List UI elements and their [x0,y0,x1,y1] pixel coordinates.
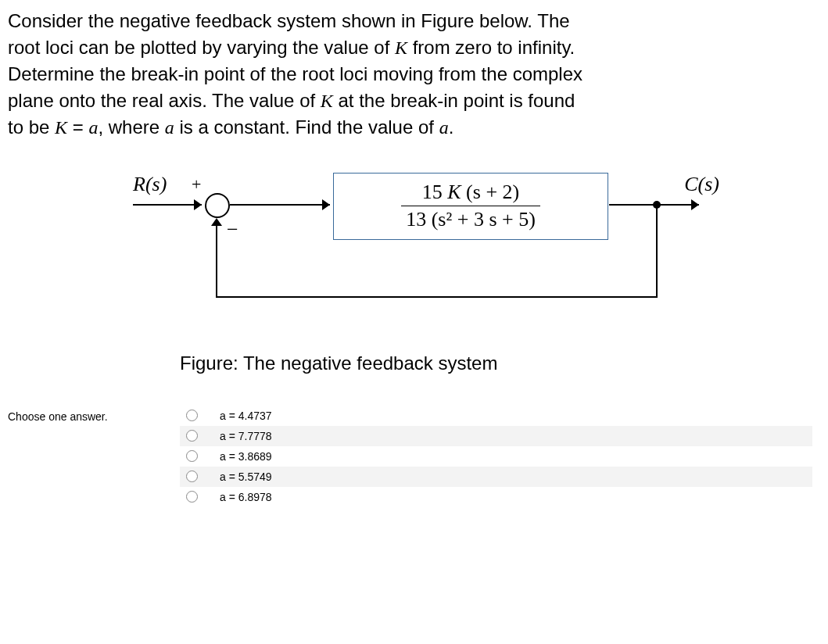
arrow-input-icon [194,199,202,210]
q-line2-end: from zero to infinity. [407,37,575,58]
input-label: R(s) [133,173,167,196]
arrow-output-icon [691,199,699,210]
radio-icon[interactable] [186,410,198,421]
answer-option[interactable]: a = 5.5749 [180,467,812,487]
question-text: Consider the negative feedback system sh… [8,8,812,141]
feedback-line-up [216,224,217,298]
line-forward [230,204,330,206]
sum-minus: − [227,218,238,242]
answer-option[interactable]: a = 7.7778 [180,426,812,446]
answer-options: a = 4.4737 a = 7.7778 a = 3.8689 a = 5.5… [180,406,812,507]
tf-numerator: 15 K (s + 2) [401,181,540,206]
arrow-feedback-icon [211,218,222,226]
q-line5-a: a [88,117,98,138]
option-label: a = 7.7778 [220,430,272,442]
q-line5-end: is a constant. Find the value of [174,116,439,138]
q-line5-period: . [449,116,454,138]
tf-denominator: 13 (s² + 3 s + 5) [401,206,540,231]
q-line5-K: K [55,117,67,138]
option-label: a = 6.8978 [220,491,272,503]
block-diagram: R(s) + − 15 K (s + 2) 13 (s² + 3 s + 5) … [133,173,719,329]
q-line5: to be [8,116,55,138]
option-label: a = 5.5749 [220,470,272,483]
feedback-line-horiz [216,296,658,298]
option-label: a = 4.4737 [220,410,272,422]
q-line3: Determine the break-in point of the root… [8,63,582,84]
q-line4: plane onto the real axis. The value of [8,90,321,111]
feedback-line-down [656,206,658,298]
output-label: C(s) [684,173,719,196]
radio-icon[interactable] [186,470,198,482]
q-line1: Consider the negative feedback system sh… [8,10,570,31]
transfer-function-block: 15 K (s + 2) 13 (s² + 3 s + 5) [333,173,608,240]
q-line5-mid: , where [98,116,164,138]
q-line2: root loci can be plotted by varying the … [8,37,395,58]
answer-option[interactable]: a = 3.8689 [180,446,812,467]
answer-option[interactable]: a = 6.8978 [180,487,812,507]
radio-icon[interactable] [186,450,198,462]
answer-area: Choose one answer. a = 4.4737 a = 7.7778… [8,406,812,507]
figure-caption: Figure: The negative feedback system [180,352,812,374]
q-line4-var: K [321,91,333,111]
q-line5-eq: = [67,116,88,138]
line-input [133,204,202,206]
arrow-forward-icon [322,199,330,210]
q-line2-var: K [395,38,407,58]
option-label: a = 3.8689 [220,450,272,463]
q-line4-mid: at the break-in point is found [333,90,575,111]
answer-prompt: Choose one answer. [8,406,180,507]
sum-plus: + [192,174,201,195]
q-line5-var2: a [439,117,449,138]
radio-icon[interactable] [186,430,198,442]
figure-area: R(s) + − 15 K (s + 2) 13 (s² + 3 s + 5) … [133,173,812,374]
answer-option[interactable]: a = 4.4737 [180,406,812,426]
radio-icon[interactable] [186,491,198,503]
transfer-function: 15 K (s + 2) 13 (s² + 3 s + 5) [401,181,540,231]
q-line5-var: a [165,117,174,138]
summing-junction-icon [205,193,230,218]
